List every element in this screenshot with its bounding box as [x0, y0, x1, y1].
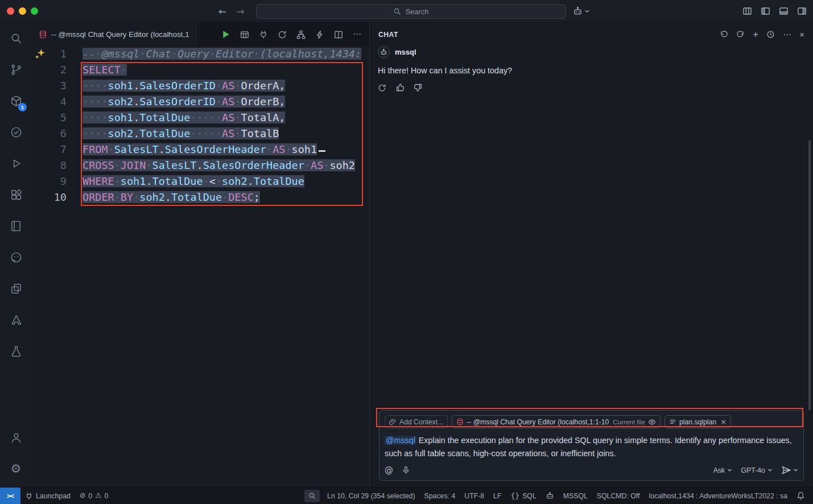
toggle-sidebar-right-button[interactable] — [797, 6, 807, 16]
sidebar-item-remote-windows[interactable] — [0, 273, 32, 304]
chat-history-icon[interactable] — [766, 30, 775, 39]
sidebar-item-run-debug[interactable] — [0, 148, 32, 179]
connection-label: localhost,1434 : AdventureWorksLT2022 : … — [649, 492, 787, 500]
code-line[interactable]: 2SELECT· — [32, 62, 369, 78]
redo-icon[interactable] — [736, 30, 745, 39]
close-chat-button[interactable]: × — [799, 30, 804, 39]
context-file-name: -- @mssql Chat Query Editor (localhost,1… — [467, 418, 609, 426]
database-icon — [39, 30, 47, 39]
mssql-mention[interactable]: @mssql — [385, 436, 416, 445]
undo-icon[interactable] — [720, 30, 728, 39]
schema-button[interactable] — [296, 30, 306, 39]
copilot-sparkle-icon[interactable] — [35, 48, 46, 59]
thumbs-up-icon[interactable] — [395, 83, 405, 92]
line-number: 6 — [32, 126, 67, 142]
thumbs-down-icon[interactable] — [414, 83, 423, 92]
change-connection-button[interactable] — [278, 30, 287, 39]
status-launchpad[interactable]: Launchpad — [20, 488, 75, 504]
eye-icon[interactable] — [648, 418, 656, 426]
accounts-button[interactable] — [0, 422, 32, 453]
navigate-back-button[interactable]: ← — [218, 7, 226, 16]
status-language[interactable]: {} SQL — [506, 488, 540, 504]
navigate-forward-button[interactable]: → — [236, 7, 244, 16]
status-sqlcmd[interactable]: SQLCMD: Off — [592, 488, 645, 504]
context-plan-chip[interactable]: plan.sqlplan × — [665, 415, 731, 428]
send-button[interactable] — [781, 465, 798, 475]
search-icon — [393, 7, 401, 15]
settings-button[interactable]: ⚙ — [0, 453, 32, 485]
status-problems[interactable]: ⊘ 0 ⚠ 0 — [75, 488, 113, 504]
chevron-down-icon — [727, 468, 732, 473]
code-line[interactable]: 4····soh2.SalesOrderID·AS·OrderB, — [32, 94, 369, 110]
context-row: Add Context... -- @mssql Chat Query Edit… — [385, 415, 798, 428]
mention-button[interactable]: @ — [385, 466, 393, 474]
customize-layout-button[interactable] — [742, 6, 752, 16]
sidebar-item-packages[interactable]: 1 — [0, 85, 32, 117]
new-chat-button[interactable]: + — [753, 29, 758, 40]
editor-body[interactable]: 1--·@mssql·Chat·Query·Editor·(localhost,… — [32, 46, 369, 487]
copilot-icon — [573, 6, 583, 16]
microphone-icon[interactable] — [402, 466, 410, 474]
overlapping-windows-icon — [10, 282, 23, 295]
sidebar-item-extensions[interactable] — [0, 179, 32, 210]
model-dropdown[interactable]: GPT-4o — [741, 466, 773, 474]
disconnect-plug-button[interactable] — [259, 30, 268, 39]
chat-input-box[interactable]: Add Context... -- @mssql Chat Query Edit… — [379, 410, 804, 481]
editor-cursor — [319, 150, 325, 152]
query-plan-button[interactable] — [315, 30, 324, 39]
status-encoding[interactable]: UTF-8 — [460, 488, 489, 504]
sidebar-item-github[interactable] — [0, 242, 32, 273]
code-line[interactable]: 7FROM·SalesLT.SalesOrderHeader·AS·soh1 — [32, 142, 369, 158]
remove-context-icon[interactable]: × — [720, 418, 727, 425]
code-line[interactable]: 9WHERE·soh1.TotalDue·<·soh2.TotalDue — [32, 173, 369, 189]
minimize-window-button[interactable] — [19, 7, 26, 15]
code-line[interactable]: 6····soh2.TotalDue·····AS·TotalB — [32, 126, 369, 142]
results-grid-button[interactable] — [240, 30, 249, 39]
editor-tab[interactable]: -- @mssql Chat Query Editor (localhost,1 — [32, 23, 197, 46]
status-cursor-position[interactable]: Ln 10, Col 29 (354 selected) — [323, 488, 420, 504]
code-line[interactable]: 3····soh1.SalesOrderID·AS·OrderA, — [32, 78, 369, 94]
remote-indicator[interactable]: >< — [0, 488, 20, 504]
code-line[interactable]: 5····soh1.TotalDue·····AS·TotalA, — [32, 110, 369, 126]
mssql-label: MSSQL — [563, 492, 588, 500]
warning-icon: ⚠ — [95, 492, 101, 499]
sidebar-item-source-control[interactable] — [0, 54, 32, 85]
run-query-button[interactable] — [221, 30, 230, 39]
code-line[interactable]: 8CROSS·JOIN·SalesLT.SalesOrderHeader·AS·… — [32, 158, 369, 173]
copilot-menu-button[interactable] — [573, 6, 590, 16]
command-center-search[interactable]: Search — [256, 4, 566, 19]
magnifier-status-button[interactable] — [304, 490, 320, 502]
chat-mode-dropdown[interactable]: Ask — [713, 466, 733, 474]
extensions-icon — [10, 188, 23, 201]
context-file-chip[interactable]: -- @mssql Chat Query Editor (localhost,1… — [452, 415, 661, 428]
code-line[interactable]: 10ORDER·BY·soh2.TotalDue·DESC; — [32, 189, 369, 205]
status-copilot[interactable] — [541, 488, 559, 504]
sidebar-item-docs[interactable] — [0, 210, 32, 242]
sidebar-item-tasks[interactable] — [0, 117, 32, 148]
toggle-sidebar-left-button[interactable] — [761, 6, 770, 16]
status-eol[interactable]: LF — [489, 488, 506, 504]
sidebar-item-azure[interactable] — [0, 304, 32, 336]
github-icon — [10, 251, 23, 264]
notifications-button[interactable] — [792, 488, 810, 504]
split-editor-button[interactable] — [334, 30, 343, 39]
context-file-meta: Current file — [613, 418, 645, 425]
regenerate-icon[interactable] — [378, 84, 386, 92]
status-connection[interactable]: localhost,1434 : AdventureWorksLT2022 : … — [644, 488, 792, 504]
zoom-window-button[interactable] — [31, 7, 38, 15]
close-window-button[interactable] — [7, 7, 14, 15]
add-context-button[interactable]: Add Context... — [385, 415, 448, 428]
sidebar-item-search[interactable] — [0, 23, 32, 54]
more-actions-button[interactable]: ⋯ — [353, 30, 361, 39]
chat-scrollbar[interactable] — [808, 140, 811, 410]
code-line[interactable]: 1--·@mssql·Chat·Query·Editor·(localhost,… — [32, 46, 369, 62]
launchpad-label: Launchpad — [36, 492, 71, 500]
search-placeholder: Search — [405, 7, 428, 16]
sidebar-item-database-projects[interactable] — [0, 336, 32, 367]
status-mssql[interactable]: MSSQL — [559, 488, 592, 504]
chat-input-text[interactable]: @mssql Explain the execution plan for th… — [385, 434, 798, 460]
status-indentation[interactable]: Spaces: 4 — [420, 488, 460, 504]
chat-more-button[interactable]: ⋯ — [783, 30, 791, 40]
toggle-panel-button[interactable] — [779, 6, 789, 16]
account-person-icon — [10, 431, 23, 444]
